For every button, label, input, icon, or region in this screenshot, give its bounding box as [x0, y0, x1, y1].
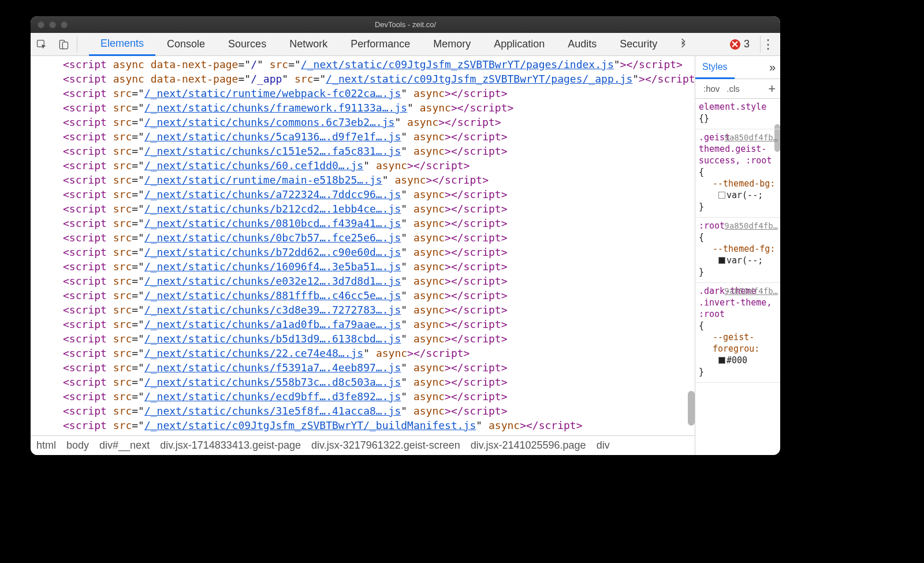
- overflow-tabs-icon[interactable]: [672, 33, 694, 55]
- dom-node[interactable]: <script src="/_next/static/chunks/558b73…: [31, 375, 695, 389]
- tab-network[interactable]: Network: [278, 33, 339, 55]
- new-style-rule-icon[interactable]: +: [768, 81, 776, 96]
- inspect-element-icon[interactable]: [31, 33, 53, 55]
- src-link[interactable]: /_next/static/c09JtgJsfm_zSVBTBwrYT/_bui…: [144, 419, 476, 431]
- dom-node[interactable]: <script src="/_next/static/chunks/0bc7b5…: [31, 230, 695, 245]
- dom-node[interactable]: <script async data-next-page="/" src="/_…: [31, 57, 695, 72]
- src-link[interactable]: /_next/static/chunks/e032e12….3d7d8d1….j…: [144, 275, 401, 287]
- src-link[interactable]: /_next/static/chunks/framework.f91133a….…: [144, 102, 407, 114]
- dom-node[interactable]: <script src="/_next/static/chunks/b72dd6…: [31, 245, 695, 259]
- src-link[interactable]: /_next/static/chunks/60.cef1dd0….js: [144, 159, 363, 171]
- styles-controls: :hov .cls +: [695, 79, 780, 99]
- style-rule[interactable]: element.style{}: [695, 99, 780, 129]
- dom-node[interactable]: <script src="/_next/static/runtime/main-…: [31, 173, 695, 187]
- breadcrumb-item[interactable]: div.jsx-1714833413.geist-page: [160, 439, 301, 452]
- breadcrumb-item[interactable]: html: [36, 439, 56, 452]
- tab-security[interactable]: Security: [608, 33, 669, 55]
- devtools-toolbar: ElementsConsoleSourcesNetworkPerformance…: [31, 33, 780, 56]
- src-link[interactable]: /_next/static/chunks/b72dd62….c90e60d….j…: [144, 246, 401, 258]
- tab-performance[interactable]: Performance: [339, 33, 422, 55]
- src-link[interactable]: /_next/static/chunks/881fffb….c46cc5e….j…: [144, 289, 401, 301]
- src-link[interactable]: /_next/static/runtime/webpack-fc022ca….j…: [144, 87, 401, 99]
- tab-audits[interactable]: Audits: [556, 33, 608, 55]
- style-rule[interactable]: 9a850df4fb….geist-themed.geist-success, …: [695, 129, 780, 218]
- dom-node[interactable]: <script src="/_next/static/chunks/5ca913…: [31, 129, 695, 144]
- rule-source-link[interactable]: 9a850df4fb…: [724, 220, 778, 232]
- window-title: DevTools - zeit.co/: [31, 20, 780, 29]
- breadcrumb-item[interactable]: body: [66, 439, 89, 452]
- tab-application[interactable]: Application: [482, 33, 556, 55]
- dom-node[interactable]: <script src="/_next/static/chunks/framew…: [31, 100, 695, 115]
- rule-source-link[interactable]: 9a850df4fb…: [724, 132, 778, 143]
- dom-node[interactable]: <script src="/_next/static/runtime/webpa…: [31, 86, 695, 100]
- src-link[interactable]: /_next/static/chunks/16096f4….3e5ba51….j…: [144, 260, 401, 273]
- style-rules[interactable]: element.style{}9a850df4fb….geist-themed.…: [695, 99, 780, 455]
- dom-node[interactable]: <script src="/_next/static/chunks/16096f…: [31, 259, 695, 274]
- tab-elements[interactable]: Elements: [89, 33, 155, 56]
- dom-node[interactable]: <script src="/_next/static/chunks/c3d8e3…: [31, 303, 695, 317]
- device-toolbar-icon[interactable]: [53, 33, 74, 55]
- cls-toggle[interactable]: .cls: [723, 83, 743, 95]
- dom-node[interactable]: <script src="/_next/static/chunks/b5d13d…: [31, 331, 695, 346]
- dom-node[interactable]: <script src="/_next/static/chunks/a72232…: [31, 187, 695, 202]
- rule-source-link[interactable]: 9a850df4fb…: [724, 285, 778, 297]
- elements-tree[interactable]: <script async data-next-page="/" src="/_…: [31, 56, 695, 435]
- src-link[interactable]: /_next/static/chunks/commons.6c73eb2….js: [144, 116, 394, 128]
- minimize-window-button[interactable]: [49, 21, 56, 28]
- src-link[interactable]: /_next/static/chunks/a722324….7ddcc96….j…: [144, 188, 401, 200]
- dom-node[interactable]: <script src="/_next/static/chunks/f5391a…: [31, 360, 695, 375]
- breadcrumb-item[interactable]: div.jsx-3217961322.geist-screen: [311, 439, 460, 452]
- style-rule[interactable]: 9a850df4fb…:root{--themed-fg:var(--;}: [695, 218, 780, 283]
- close-window-button[interactable]: [38, 21, 44, 28]
- devtools-window: DevTools - zeit.co/ ElementsConsoleSourc…: [31, 16, 780, 455]
- dom-node[interactable]: <script src="/_next/static/chunks/881fff…: [31, 288, 695, 303]
- error-badge-icon: [730, 39, 740, 50]
- breadcrumb-item[interactable]: div#__next: [99, 439, 150, 452]
- dom-node[interactable]: <script src="/_next/static/chunks/ecd9bf…: [31, 389, 695, 404]
- tab-console[interactable]: Console: [155, 33, 217, 55]
- panel-tabs: ElementsConsoleSourcesNetworkPerformance…: [89, 33, 669, 55]
- src-link[interactable]: /_next/static/chunks/c151e52….fa5c831….j…: [144, 145, 401, 157]
- src-link[interactable]: /_next/static/chunks/b212cd2….1ebb4ce….j…: [144, 203, 401, 215]
- src-link[interactable]: /_next/static/chunks/31e5f8f….41acca8….j…: [144, 405, 401, 417]
- dom-node[interactable]: <script src="/_next/static/chunks/c151e5…: [31, 144, 695, 158]
- src-link[interactable]: /_next/static/chunks/0bc7b57….fce25e6….j…: [144, 232, 401, 244]
- dom-node[interactable]: <script async data-next-page="/_app" src…: [31, 72, 695, 86]
- svg-rect-2: [62, 42, 68, 49]
- tab-styles[interactable]: Styles: [695, 56, 735, 79]
- traffic-lights: [38, 21, 68, 28]
- src-link[interactable]: /_next/static/chunks/c3d8e39….7272783….j…: [144, 304, 401, 316]
- styles-pane: Styles » :hov .cls + element.style{}9a85…: [695, 56, 780, 455]
- side-overflow-icon[interactable]: »: [735, 56, 780, 79]
- dom-node[interactable]: <script src="/_next/static/chunks/common…: [31, 115, 695, 129]
- src-link[interactable]: /_next/static/chunks/22.ce74e48….js: [144, 347, 363, 359]
- tab-memory[interactable]: Memory: [422, 33, 482, 55]
- breadcrumb-item[interactable]: div: [597, 439, 610, 452]
- src-link[interactable]: /_next/static/chunks/ecd9bff….d3fe892….j…: [144, 390, 401, 402]
- dom-node[interactable]: <script src="/_next/static/chunks/a1ad0f…: [31, 317, 695, 331]
- src-link[interactable]: /_next/static/c09JtgJsfm_zSVBTBwrYT/page…: [301, 58, 614, 70]
- tab-sources[interactable]: Sources: [217, 33, 278, 55]
- error-counter[interactable]: 3: [722, 33, 758, 55]
- dom-node[interactable]: <script src="/_next/static/c09JtgJsfm_zS…: [31, 418, 695, 432]
- kebab-menu-icon[interactable]: ⋮: [763, 33, 780, 55]
- src-link[interactable]: /_next/static/chunks/558b73c….d8c503a….j…: [144, 376, 401, 388]
- src-link[interactable]: /_next/static/runtime/main-e518b25….js: [144, 174, 382, 186]
- src-link[interactable]: /_next/static/chunks/a1ad0fb….fa79aae….j…: [144, 318, 401, 330]
- src-link[interactable]: /_next/static/chunks/f5391a7….4eeb897….j…: [144, 361, 401, 374]
- vertical-scrollbar[interactable]: [688, 391, 695, 426]
- dom-node[interactable]: <script src="/_next/static/chunks/60.cef…: [31, 158, 695, 173]
- src-link[interactable]: /_next/static/c09JtgJsfm_zSVBTBwrYT/page…: [326, 73, 632, 85]
- breadcrumb-item[interactable]: div.jsx-2141025596.page: [471, 439, 586, 452]
- src-link[interactable]: /_next/static/chunks/b5d13d9….6138cbd….j…: [144, 333, 401, 345]
- dom-node[interactable]: <script src="/_next/static/chunks/e032e1…: [31, 274, 695, 288]
- style-rule[interactable]: 9a850df4fb….dark-theme .invert-theme, :r…: [695, 283, 780, 383]
- dom-node[interactable]: <script src="/_next/static/chunks/b212cd…: [31, 202, 695, 216]
- dom-node[interactable]: <script src="/_next/static/chunks/31e5f8…: [31, 404, 695, 418]
- src-link[interactable]: /_next/static/chunks/5ca9136….d9f7e1f….j…: [144, 131, 401, 143]
- dom-node[interactable]: <script src="/_next/static/chunks/0810bc…: [31, 216, 695, 230]
- dom-node[interactable]: <script src="/_next/static/chunks/22.ce7…: [31, 346, 695, 360]
- src-link[interactable]: /_next/static/chunks/0810bcd….f439a41….j…: [144, 217, 401, 229]
- hov-toggle[interactable]: :hov: [700, 83, 723, 95]
- zoom-window-button[interactable]: [61, 21, 68, 28]
